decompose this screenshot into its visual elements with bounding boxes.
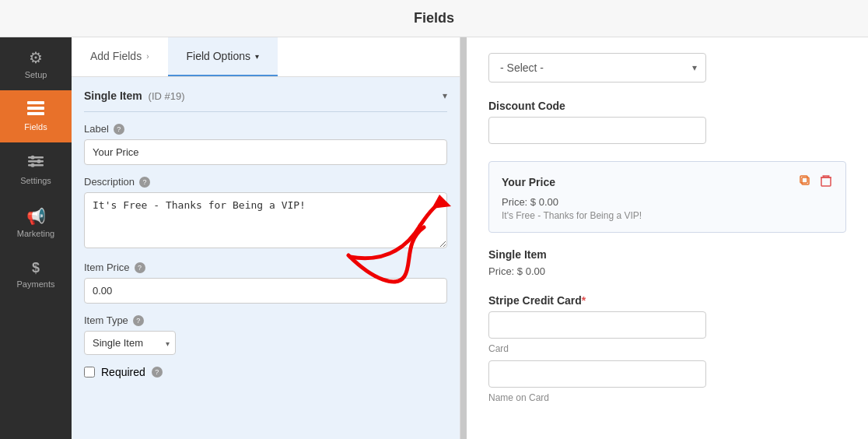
your-price-label-text: Your Price: [502, 176, 555, 188]
your-price-price-text: Price: $ 0.00: [502, 196, 833, 208]
item-type-select-wrap: Single Item User Defined Hidden ▾: [84, 331, 176, 355]
section-id: (ID #19): [149, 90, 185, 102]
section-chevron-icon[interactable]: ▾: [443, 90, 447, 101]
sidebar-label-payments: Payments: [17, 279, 55, 289]
svg-rect-11: [821, 177, 831, 186]
preview-single-item: Single Item Price: $ 0.00: [488, 248, 846, 277]
item-price-label: Item Price ?: [84, 262, 447, 273]
sidebar-item-setup[interactable]: ⚙ Setup: [0, 37, 72, 90]
svg-rect-1: [27, 107, 44, 110]
preview-discount-code-label: Discount Code: [488, 100, 846, 112]
label-field-label: Label ?: [84, 123, 447, 135]
item-price-text: Item Price: [84, 262, 130, 273]
tab-add-fields-label: Add Fields: [90, 50, 142, 62]
preview-select-wrap: - Select - ▾: [488, 53, 706, 83]
sidebar: ⚙ Setup Fields: [0, 37, 72, 439]
item-type-group: Item Type ? Single Item User Defined Hid…: [84, 314, 447, 355]
svg-point-8: [31, 163, 35, 167]
item-price-group: Item Price ?: [84, 262, 447, 304]
content-area: Add Fields › Field Options ▾ Single Item…: [72, 37, 868, 439]
settings-icon: [28, 153, 44, 173]
single-item-price-text: Price: $ 0.00: [488, 265, 846, 277]
sidebar-label-settings: Settings: [20, 176, 51, 185]
description-field-label: Description ?: [84, 176, 447, 188]
main-layout: ⚙ Setup Fields: [0, 37, 868, 439]
description-text: Description: [84, 176, 135, 188]
svg-point-6: [31, 156, 35, 160]
description-help-icon[interactable]: ?: [139, 177, 150, 188]
delete-button[interactable]: [819, 173, 833, 191]
stripe-card-input[interactable]: [488, 311, 706, 339]
stripe-label-text: Stripe Credit Card*: [488, 294, 586, 307]
tab-field-options-label: Field Options: [187, 50, 250, 62]
item-type-label: Item Type ?: [84, 314, 447, 326]
preview-select-field: - Select - ▾: [488, 53, 846, 83]
sidebar-item-fields[interactable]: Fields: [0, 90, 72, 142]
preview-stripe-field: Stripe Credit Card* Card Name on Card: [488, 294, 846, 403]
section-title: Single Item (ID #19): [84, 90, 185, 102]
svg-rect-5: [28, 164, 44, 167]
sidebar-label-marketing: Marketing: [17, 229, 54, 238]
preview-single-item-label: Single Item: [488, 248, 846, 261]
sidebar-item-payments[interactable]: $ Payments: [0, 249, 72, 300]
required-label: Required: [101, 366, 145, 378]
tab-field-options-chevron: ▾: [255, 52, 259, 61]
field-options-body: Single Item (ID #19) ▾ Label ?: [72, 77, 460, 439]
stripe-name-label: Name on Card: [488, 392, 846, 403]
duplicate-button[interactable]: [797, 173, 813, 191]
single-item-label-text: Single Item: [488, 248, 547, 261]
svg-rect-4: [28, 160, 44, 163]
label-help-icon[interactable]: ?: [114, 124, 124, 135]
description-textarea[interactable]: It's Free - Thanks for Being a VIP!: [84, 192, 447, 248]
svg-rect-3: [28, 156, 44, 159]
label-text: Label: [84, 123, 109, 135]
description-group: Description ? It's Free - Thanks for Bei…: [84, 176, 447, 251]
required-checkbox[interactable]: [84, 367, 95, 378]
sidebar-label-setup: Setup: [25, 70, 47, 79]
item-type-text: Item Type: [84, 314, 128, 326]
stripe-card-label: Card: [488, 343, 846, 354]
item-type-select[interactable]: Single Item User Defined Hidden: [84, 331, 176, 355]
required-help-icon[interactable]: ?: [152, 367, 163, 378]
stripe-name-input[interactable]: [488, 360, 706, 388]
tab-add-fields[interactable]: Add Fields ›: [72, 37, 168, 76]
tab-field-options[interactable]: Field Options ▾: [168, 37, 278, 76]
left-panel: Add Fields › Field Options ▾ Single Item…: [72, 37, 460, 439]
preview-stripe-label-row: Stripe Credit Card*: [488, 294, 846, 307]
item-type-help-icon[interactable]: ?: [133, 315, 144, 326]
sidebar-label-fields: Fields: [24, 122, 47, 132]
item-price-help-icon[interactable]: ?: [135, 262, 145, 273]
right-panel: - Select - ▾ Discount Code Your Price: [467, 37, 868, 439]
required-row: Required ?: [84, 366, 447, 378]
stripe-required-star: *: [582, 294, 586, 307]
item-price-input[interactable]: [84, 278, 447, 304]
svg-point-7: [37, 160, 41, 163]
sidebar-item-settings[interactable]: Settings: [0, 142, 72, 196]
your-price-desc-text: It's Free - Thanks for Being a VIP!: [502, 210, 833, 221]
payments-icon: $: [32, 260, 40, 276]
svg-rect-2: [27, 112, 44, 115]
marketing-icon: 📢: [26, 207, 46, 226]
svg-rect-0: [27, 101, 44, 104]
preview-discount-code: Discount Code: [488, 100, 846, 144]
page-title: Fields: [414, 10, 454, 26]
panel-divider: [460, 37, 467, 439]
discount-code-input[interactable]: [488, 117, 706, 144]
preview-your-price-card: Your Price Price: $ 0.00 It's Free - Tha…: [488, 161, 846, 233]
fields-icon: [27, 101, 44, 119]
section-title-text: Single Item: [84, 90, 142, 102]
sidebar-item-marketing[interactable]: 📢 Marketing: [0, 196, 72, 249]
discount-code-label-text: Discount Code: [488, 100, 565, 112]
label-input[interactable]: [84, 139, 447, 165]
top-bar: Fields: [0, 0, 868, 37]
setup-icon: ⚙: [29, 48, 43, 67]
preview-your-price-actions: [797, 173, 833, 191]
tabs: Add Fields › Field Options ▾: [72, 37, 460, 77]
preview-your-price-label-row: Your Price: [502, 173, 833, 191]
section-header: Single Item (ID #19) ▾: [84, 90, 447, 112]
label-group: Label ?: [84, 123, 447, 165]
preview-select[interactable]: - Select -: [488, 53, 706, 83]
tab-add-fields-arrow: ›: [146, 52, 149, 61]
